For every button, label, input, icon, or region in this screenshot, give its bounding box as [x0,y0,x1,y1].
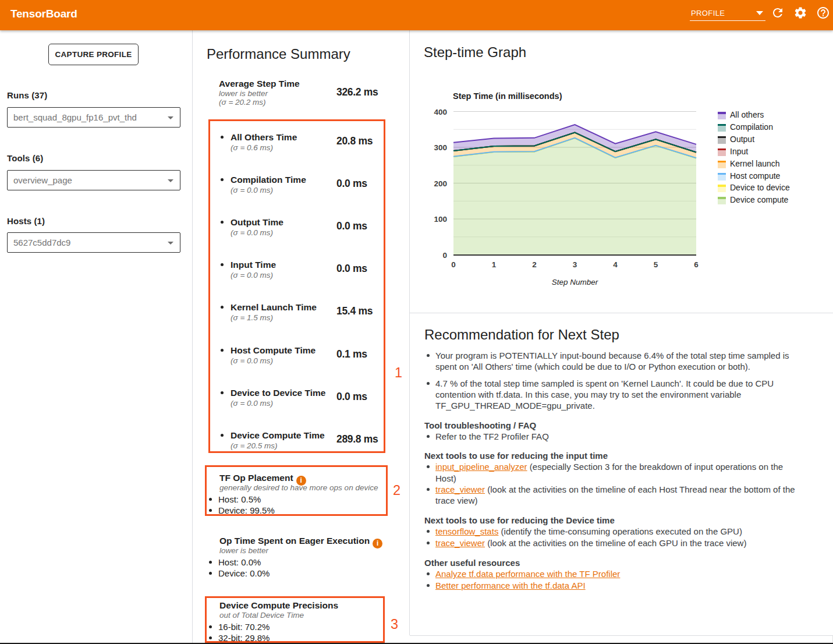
list-item: 32-bit: 29.8% [218,633,270,643]
help-icon[interactable] [816,6,830,20]
performance-summary-card: Performance Summary Average Step Time lo… [193,30,409,644]
legend-swatch [718,148,726,156]
legend-label: Output [730,135,754,144]
capture-profile-button[interactable]: CAPTURE PROFILE [48,44,139,65]
y-tick-label: 200 [434,179,447,188]
input-tools-section: Next tools to use for reducing the input… [424,450,801,506]
average-step-time-name: Average Step Time [219,79,300,89]
x-tick-label: 4 [613,260,618,269]
reload-icon[interactable] [771,6,785,20]
hosts-select-value: 5627c5dd7dc9 [13,238,70,247]
trace-viewer-link[interactable]: trace_viewer [435,538,485,548]
metric-value: 0.1 ms [336,348,367,360]
metric-name: Device to Device Time [231,388,325,398]
bullet-dot [427,354,430,357]
dashboard-selector[interactable]: PROFILE [690,5,765,21]
bullet-dot [221,263,224,266]
tfdata-profiler-link[interactable]: Analyze tf.data performance with the TF … [435,569,620,579]
metric-value: 289.8 ms [336,433,378,445]
recommendation-title: Recommendation for Next Step [424,327,619,343]
hosts-select[interactable]: 5627c5dd7dc9 [7,232,180,253]
dashboard-selector-value: PROFILE [691,9,725,17]
metric-name: Device Compute Time [231,430,325,441]
metric-sigma: (σ = 20.5 ms) [231,441,278,450]
graph-recommendation-divider [410,313,833,313]
bullet-dot [221,136,224,139]
x-tick-label: 5 [654,260,658,269]
metric-value: 0.0 ms [336,220,367,232]
metric-value: 0.0 ms [336,178,367,190]
legend-label: Input [730,147,748,156]
recommendation-card: Recommendation for Next Step Your progra… [410,313,833,635]
input-pipeline-analyzer-link[interactable]: input_pipeline_analyzer [435,462,527,472]
info-icon[interactable]: i [373,539,382,549]
legend-swatch [718,173,726,181]
list-item: 16-bit: 70.2% [218,622,270,632]
list-item: trace_viewer (look at the activities on … [424,537,801,549]
x-axis-title: Step Number [453,278,696,286]
annotation-number-3: 3 [391,618,398,632]
compute-precisions-note: out of Total Device Time [219,611,304,620]
recommendation-bottom-border [410,635,833,636]
tensorflow-stats-link[interactable]: tensorflow_stats [435,526,498,536]
metric-value: 20.8 ms [336,135,373,147]
x-tick-label: 1 [492,260,497,269]
legend-label: Host compute [730,171,780,181]
metric-sigma: (σ = 0.0 ms) [231,228,273,237]
legend-label: All others [730,110,764,119]
sidebar-divider [192,30,193,644]
step-time-graph-card: Step-time Graph Step Time (in millisecon… [410,30,833,313]
top-app-bar: TensorBoard PROFILE [0,0,833,30]
metric-sigma: (σ = 0.0 ms) [231,356,273,365]
y-tick-label: 300 [434,143,447,152]
metric-sigma: (σ = 0.0 ms) [231,271,273,279]
average-step-time-note: lower is better [219,89,268,98]
list-item: Device: 0.0% [218,568,270,578]
bullet-dot [209,561,212,564]
runs-select-value: bert_squad_8gpu_fp16_pvt_thd [13,112,137,122]
legend-label: Device to device [730,183,790,192]
section-heading: Other useful resources [424,557,801,568]
step-time-chart[interactable]: 01002003004000123456 [410,30,713,275]
app-title: TensorBoard [10,8,77,20]
metric-sigma: (σ = 1.5 ms) [231,313,273,322]
metric-value: 0.0 ms [336,263,367,275]
bullet-dot [221,306,224,309]
list-item: Better performance with the tf.data API [424,580,801,591]
x-tick-label: 3 [573,260,577,269]
legend-swatch [718,197,726,204]
tools-label: Tools (6) [7,153,43,163]
list-item: tensorflow_stats (identify the time-cons… [424,526,801,537]
x-tick-label: 2 [532,260,537,269]
legend-swatch [718,161,726,168]
annotation-number-1: 1 [395,366,402,380]
bullet-dot [209,625,212,628]
settings-gear-icon[interactable] [793,6,807,20]
sidebar: CAPTURE PROFILE Runs (37) bert_squad_8gp… [0,30,192,644]
list-item: Analyze tf.data performance with the TF … [424,568,801,579]
trace-viewer-link[interactable]: trace_viewer [435,484,485,494]
tfdata-api-link[interactable]: Better performance with the tf.data API [435,581,586,590]
bullet-dot [209,636,212,639]
bullet-dot [427,435,430,438]
bullet-dot [209,509,212,512]
bullet-dot [427,572,430,575]
metric-name: Host Compute Time [231,345,316,356]
metric-value: 15.4 ms [336,305,373,317]
bullet-dot [221,178,224,181]
bullet-dot [427,488,430,491]
bullet-dot [221,434,224,437]
list-item: trace_viewer (look at the activities on … [424,484,801,507]
metric-name: All Others Time [231,132,297,143]
chevron-down-icon [756,11,763,15]
annotation-number-2: 2 [393,484,400,498]
runs-select[interactable]: bert_squad_8gpu_fp16_pvt_thd [7,107,180,128]
bullet-dot [427,530,430,533]
legend-swatch [718,112,726,119]
bullet-dot [221,349,224,352]
tools-select[interactable]: overview_page [7,170,180,190]
legend-swatch [718,124,726,132]
metric-sigma: (σ = 0.0 ms) [231,186,273,194]
x-tick-label: 0 [451,260,456,269]
bullet-dot [221,221,224,224]
